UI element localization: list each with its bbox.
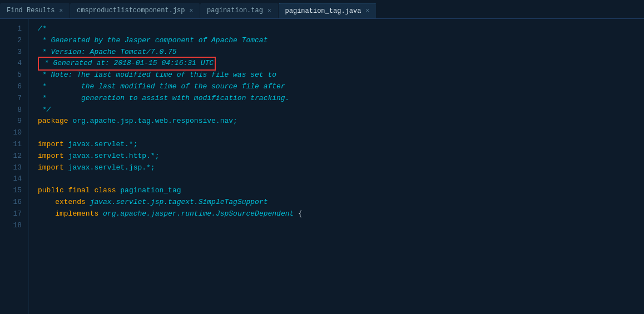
token: public [38,185,64,197]
code-line: import javax.servlet.jsp.*; [38,162,644,174]
line-number: 1 [0,23,28,35]
line-number: 11 [0,139,28,151]
code-line: * Generated by the Jasper component of A… [38,35,644,47]
token: { [294,208,303,220]
token: javax.servlet.jsp.tagext.SimpleTagSuppor… [90,197,268,208]
token: import [38,151,64,162]
token: implements [55,208,98,220]
token: /* [38,23,47,35]
line-number: 4 [0,58,28,69]
token: class [94,185,116,197]
token [38,208,55,220]
tab-close-icon[interactable]: ✕ [365,8,369,14]
token [98,208,103,220]
token: */ [38,104,51,116]
token: * generation to assist with modification… [38,93,289,104]
code-line: * generation to assist with modification… [38,93,644,104]
code-line: * Generated at: 2018-01-15 04:16:31 UTC [38,58,644,69]
token: * Version: Apache Tomcat/7.0.75 [38,47,177,58]
line-number: 8 [0,104,28,116]
line-number: 15 [0,185,28,197]
token: extends [55,197,86,208]
token: import [38,139,64,151]
code-line: * the last modified time of the source f… [38,81,644,93]
line-number: 17 [0,208,28,220]
tab-cmsproductlistcomponent[interactable]: cmsproductlistcomponent.jsp✕ [70,3,200,18]
tab-pagination-tag[interactable]: pagination.tag✕ [200,3,278,18]
code-line [38,220,644,232]
token: org.apache.jasper.runtime.JspSourceDepen… [103,208,294,220]
tab-close-icon[interactable]: ✕ [189,8,193,14]
tab-close-icon[interactable]: ✕ [267,8,271,14]
tab-pagination-tag-java[interactable]: pagination_tag.java✕ [279,3,377,18]
token: * the last modified time of the source f… [38,81,285,93]
token: * Generated by the Jasper component of A… [38,35,267,47]
token [90,185,95,197]
code-line: * Note: The last modified time of this f… [38,69,644,81]
line-number: 7 [0,93,28,104]
token [38,197,55,208]
code-line [38,173,644,185]
token [86,197,90,208]
token: package [38,116,68,127]
line-number: 9 [0,116,28,127]
tab-bar: Find Results✕cmsproductlistcomponent.jsp… [0,0,644,19]
token: org.apache.jsp.tag.web.responsive.nav; [68,116,237,127]
token: import [38,162,64,174]
tab-find-results[interactable]: Find Results✕ [0,3,70,18]
code-line: /* [38,23,644,35]
line-number: 10 [0,127,28,139]
token: javax.servlet.http.*; [64,151,160,162]
line-number: 16 [0,197,28,208]
token: * Note: The last modified time of this f… [38,69,276,81]
code-line: package org.apache.jsp.tag.web.responsiv… [38,116,644,127]
code-line: implements org.apache.jasper.runtime.Jsp… [38,208,644,220]
token: javax.servlet.*; [64,139,138,151]
code-line: extends javax.servlet.jsp.tagext.SimpleT… [38,197,644,208]
code-line: */ [38,104,644,116]
token: pagination_tag [120,185,181,197]
token [64,185,68,197]
code-line: import javax.servlet.*; [38,139,644,151]
token: final [68,185,90,197]
line-number: 18 [0,220,28,232]
line-number: 14 [0,173,28,185]
code-line: public final class pagination_tag [38,185,644,197]
line-number: 6 [0,81,28,93]
editor: 123456789101112131415161718 /* * Generat… [0,19,644,314]
code-content: /* * Generated by the Jasper component o… [29,19,644,314]
tab-close-icon[interactable]: ✕ [59,8,63,14]
line-number: 5 [0,69,28,81]
line-number: 12 [0,151,28,162]
tab-label: cmsproductlistcomponent.jsp [77,7,185,14]
line-number: 3 [0,47,28,58]
line-number: 2 [0,35,28,47]
highlighted-text: * Generated at: 2018-01-15 04:16:31 UTC [38,57,216,71]
tab-label: pagination.tag [207,7,263,14]
tab-label: Find Results [7,7,55,14]
line-number: 13 [0,162,28,174]
code-line: * Version: Apache Tomcat/7.0.75 [38,47,644,58]
line-numbers: 123456789101112131415161718 [0,19,29,314]
token [116,185,120,197]
code-line: import javax.servlet.http.*; [38,151,644,162]
tab-label: pagination_tag.java [285,7,361,15]
token: javax.servlet.jsp.*; [64,162,155,174]
code-line [38,127,644,139]
